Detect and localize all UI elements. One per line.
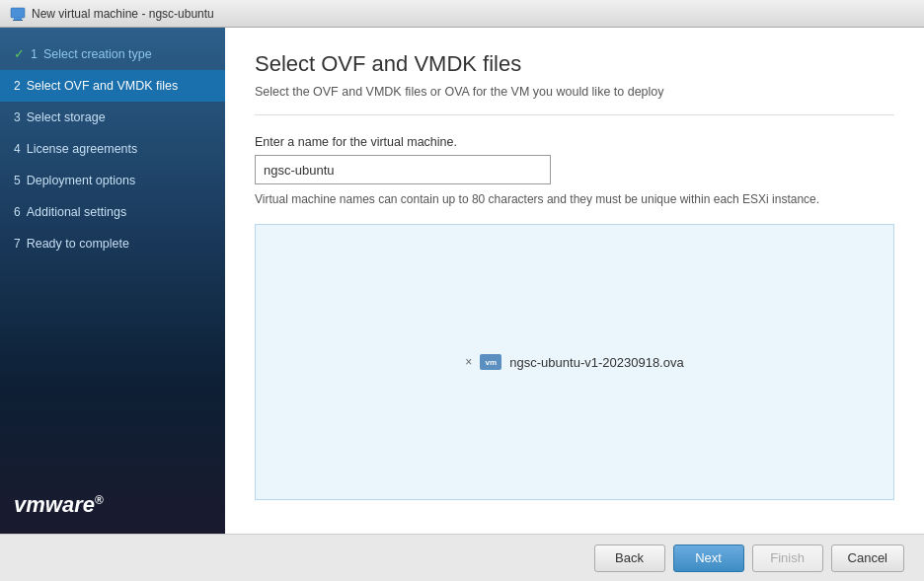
- sidebar-item-step7-number: 7: [14, 237, 21, 251]
- sidebar-item-step6-text: Additional settings: [27, 205, 126, 219]
- field-label: Enter a name for the virtual machine.: [255, 135, 894, 149]
- sidebar-item-step1-text: Select creation type: [43, 47, 152, 61]
- file-type-icon: vm: [480, 354, 501, 370]
- checkmark-icon: ✓: [14, 46, 25, 61]
- sidebar-item-step2-number: 2: [14, 79, 21, 93]
- bottom-bar: Back Next Finish Cancel: [0, 534, 924, 581]
- sidebar-item-step7[interactable]: 7 Ready to complete: [0, 228, 225, 259]
- sidebar-item-step3[interactable]: 3 Select storage: [0, 102, 225, 133]
- divider: [255, 114, 894, 115]
- sidebar-item-step6[interactable]: 6 Additional settings: [0, 196, 225, 228]
- content-inner: Select OVF and VMDK files Select the OVF…: [225, 28, 924, 534]
- next-button[interactable]: Next: [673, 545, 744, 572]
- vmware-logo: vmware®: [0, 476, 225, 534]
- sidebar-item-step2[interactable]: 2 Select OVF and VMDK files: [0, 70, 225, 102]
- sidebar-item-step3-text: Select storage: [27, 110, 106, 124]
- vmware-logo-vm: vmware®: [14, 492, 104, 517]
- file-remove-button[interactable]: ×: [465, 355, 472, 369]
- finish-button[interactable]: Finish: [752, 545, 823, 572]
- file-item: × vm ngsc-ubuntu-v1-20230918.ova: [465, 354, 683, 370]
- sidebar-nav: ✓ 1 Select creation type 2 Select OVF an…: [0, 28, 225, 476]
- file-drop-area[interactable]: × vm ngsc-ubuntu-v1-20230918.ova: [255, 224, 894, 500]
- svg-rect-1: [14, 18, 22, 20]
- window-title: New virtual machine - ngsc-ubuntu: [32, 7, 214, 21]
- sidebar-item-step6-number: 6: [14, 205, 21, 219]
- back-button[interactable]: Back: [594, 545, 665, 572]
- cancel-button[interactable]: Cancel: [831, 545, 904, 572]
- title-bar: New virtual machine - ngsc-ubuntu: [0, 0, 924, 28]
- sidebar-item-step2-text: Select OVF and VMDK files: [27, 79, 179, 93]
- app-icon: [10, 6, 26, 22]
- sidebar-item-step1-label: 1: [31, 47, 38, 61]
- page-title: Select OVF and VMDK files: [255, 51, 894, 77]
- sidebar-item-step7-text: Ready to complete: [27, 237, 129, 251]
- sidebar-item-step5-text: Deployment options: [27, 174, 135, 187]
- svg-rect-0: [11, 8, 25, 18]
- sidebar-item-step4-text: License agreements: [27, 142, 138, 156]
- main-container: ✓ 1 Select creation type 2 Select OVF an…: [0, 28, 924, 534]
- sidebar: ✓ 1 Select creation type 2 Select OVF an…: [0, 28, 225, 534]
- file-name: ngsc-ubuntu-v1-20230918.ova: [509, 355, 683, 370]
- sidebar-item-step4[interactable]: 4 License agreements: [0, 133, 225, 165]
- field-hint: Virtual machine names can contain up to …: [255, 192, 894, 206]
- vmware-registered: ®: [95, 493, 104, 507]
- sidebar-item-step5-number: 5: [14, 174, 21, 187]
- sidebar-item-step3-number: 3: [14, 110, 21, 124]
- page-subtitle: Select the OVF and VMDK files or OVA for…: [255, 85, 894, 99]
- vm-name-input[interactable]: [255, 155, 551, 184]
- sidebar-item-step4-number: 4: [14, 142, 21, 156]
- sidebar-item-step5[interactable]: 5 Deployment options: [0, 165, 225, 196]
- svg-rect-2: [13, 20, 23, 21]
- content-panel: Select OVF and VMDK files Select the OVF…: [225, 28, 924, 534]
- sidebar-item-step1[interactable]: ✓ 1 Select creation type: [0, 37, 225, 70]
